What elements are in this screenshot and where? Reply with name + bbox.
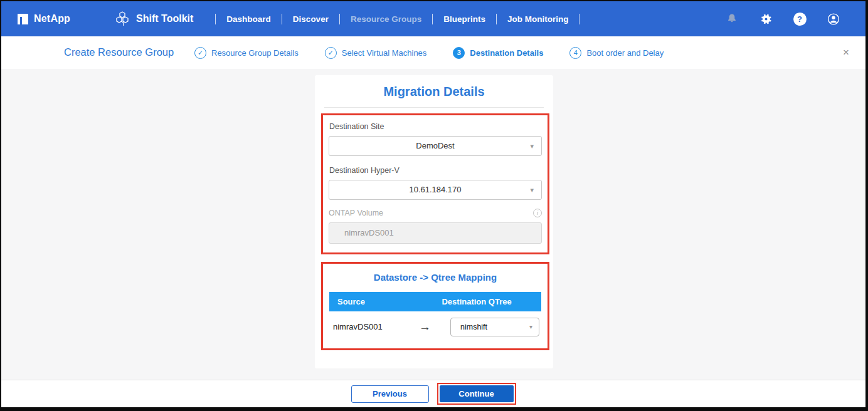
destination-hyperv-dropdown[interactable]: 10.61.184.170 ▾: [329, 180, 542, 200]
migration-details-panel: Migration Details Destination Site DemoD…: [315, 75, 553, 368]
nav-item-blueprints[interactable]: Blueprints: [443, 14, 485, 24]
nav-item-dashboard[interactable]: Dashboard: [226, 14, 271, 24]
qtree-mapping-annotation-box: Datastore -> Qtree Mapping Source Destin…: [321, 262, 549, 350]
account-icon[interactable]: [827, 12, 840, 26]
shift-toolkit-icon: [114, 11, 130, 27]
step-resource-group-details[interactable]: ✓ Resource Group Details: [194, 47, 299, 59]
source-datastore-value: nimravDS001: [329, 322, 400, 331]
help-icon[interactable]: ?: [793, 12, 807, 26]
step-boot-order-and-delay[interactable]: 4 Boot order and Delay: [569, 47, 664, 59]
close-icon[interactable]: ×: [843, 46, 849, 59]
netapp-brand[interactable]: NetApp: [18, 13, 70, 24]
top-icons: ?: [725, 12, 849, 26]
destination-site-label: Destination Site: [329, 122, 542, 131]
nav-item-discover[interactable]: Discover: [293, 14, 329, 24]
nav-separator: [339, 14, 340, 24]
continue-button[interactable]: Continue: [440, 385, 514, 402]
table-row: nimravDS001 → nimshift ▾: [329, 311, 541, 342]
destination-hyperv-label: Destination Hyper-V: [329, 166, 542, 175]
ontap-volume-label-row: ONTAP Volume i: [329, 209, 542, 217]
wizard-title: Create Resource Group: [64, 46, 174, 58]
settings-gear-icon[interactable]: [759, 12, 773, 26]
previous-button[interactable]: Previous: [351, 385, 429, 403]
chevron-down-icon: ▾: [529, 318, 532, 336]
nav-separator: [282, 14, 282, 24]
step-label: Resource Group Details: [211, 48, 299, 58]
chevron-down-icon: ▾: [530, 180, 534, 199]
netapp-logo-icon: [18, 14, 28, 24]
step-label: Select Virtual Machines: [342, 48, 427, 58]
notifications-bell-icon[interactable]: [725, 12, 739, 26]
ontap-volume-field: nimravDS001: [329, 222, 542, 244]
destination-qtree-dropdown[interactable]: nimshift ▾: [450, 318, 539, 336]
qtree-mapping-title: Datastore -> Qtree Mapping: [329, 272, 542, 283]
chevron-down-icon: ▾: [530, 137, 534, 155]
destination-site-dropdown[interactable]: DemoDest ▾: [329, 136, 542, 156]
top-navbar: NetApp Shift Toolkit Dashboard Discover …: [1, 1, 865, 36]
arrow-right-icon: →: [400, 320, 450, 334]
product-name: Shift Toolkit: [136, 13, 193, 24]
main-nav: Dashboard Discover Resource Groups Bluep…: [204, 14, 590, 24]
wizard-footer: Previous Continue: [1, 380, 865, 407]
destination-site-value: DemoDest: [329, 137, 541, 155]
step-select-virtual-machines[interactable]: ✓ Select Virtual Machines: [325, 47, 427, 59]
nav-separator: [579, 14, 580, 24]
destination-hyperv-value: 10.61.184.170: [329, 180, 541, 199]
nav-item-job-monitoring[interactable]: Job Monitoring: [507, 14, 568, 24]
step-check-icon: ✓: [194, 47, 206, 59]
app-window: NetApp Shift Toolkit Dashboard Discover …: [0, 0, 868, 411]
page-title: Migration Details: [315, 75, 553, 99]
info-icon[interactable]: i: [533, 209, 542, 217]
ontap-volume-label: ONTAP Volume: [329, 209, 383, 217]
step-destination-details[interactable]: 3 Destination Details: [453, 47, 543, 59]
nav-separator: [496, 14, 497, 24]
destination-form-annotation-box: Destination Site DemoDest ▾ Destination …: [321, 113, 549, 254]
continue-annotation-box: Continue: [437, 383, 516, 405]
nav-item-resource-groups[interactable]: Resource Groups: [351, 14, 421, 24]
help-question-glyph: ?: [793, 13, 807, 26]
content-area: Migration Details Destination Site DemoD…: [1, 69, 865, 380]
wizard-steps: ✓ Resource Group Details ✓ Select Virtua…: [194, 36, 664, 69]
column-source: Source: [329, 297, 442, 306]
shift-toolkit-brand[interactable]: Shift Toolkit: [114, 11, 193, 27]
step-check-icon: ✓: [325, 47, 337, 59]
mapping-table: Source Destination QTree nimravDS001 → n…: [329, 292, 541, 342]
nav-separator: [432, 14, 433, 24]
step-label: Destination Details: [470, 48, 543, 58]
nav-separator: [215, 14, 216, 24]
mapping-table-header: Source Destination QTree: [329, 292, 541, 311]
brand-name: NetApp: [34, 13, 70, 24]
divider: [324, 107, 544, 108]
step-number: 4: [569, 47, 581, 59]
step-label: Boot order and Delay: [586, 48, 664, 58]
step-number: 3: [453, 47, 465, 59]
wizard-header: Create Resource Group ✓ Resource Group D…: [1, 36, 865, 69]
destination-qtree-value: nimshift: [451, 318, 539, 336]
column-destination-qtree: Destination QTree: [442, 297, 541, 306]
